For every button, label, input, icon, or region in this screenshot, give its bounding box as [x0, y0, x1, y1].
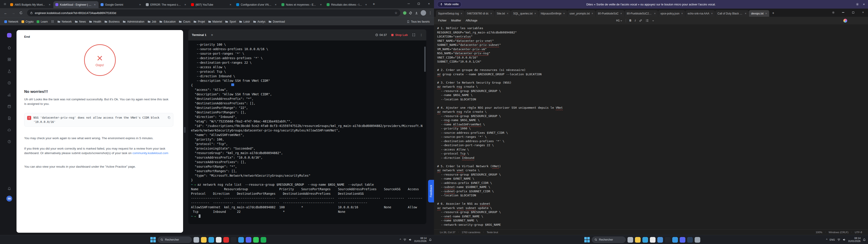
menu-item[interactable]: Affichage — [463, 18, 480, 23]
courses-icon[interactable] — [7, 57, 11, 61]
file-explorer-icon[interactable] — [201, 237, 207, 243]
bookmark-folder[interactable]: Cours — [177, 19, 192, 24]
volume-icon[interactable] — [843, 238, 846, 241]
chrome-icon[interactable] — [650, 237, 655, 243]
steam-icon[interactable] — [687, 237, 693, 243]
new-tab-button[interactable]: + — [770, 10, 776, 16]
bookmark-star-icon[interactable]: ☆ — [395, 11, 397, 15]
edge-icon[interactable] — [643, 237, 648, 243]
tab-close-icon[interactable]: × — [138, 3, 142, 6]
apps-grid-icon[interactable] — [50, 19, 55, 24]
file-explorer-icon[interactable] — [635, 237, 641, 243]
tray-chevron-icon[interactable]: ^ — [400, 238, 401, 241]
bookmark-folder[interactable]: Sport — [223, 19, 238, 24]
profile-avatar[interactable] — [421, 10, 426, 16]
bold-icon[interactable]: B — [629, 19, 631, 22]
tab-close-icon[interactable]: × — [229, 3, 232, 6]
feedback-tab[interactable]: Feedback — [428, 180, 434, 203]
notepad-tab[interactable]: SQL_queries.txt × — [511, 10, 538, 17]
bookmark-folder[interactable]: Download — [267, 19, 286, 24]
vscode-icon[interactable] — [238, 237, 244, 243]
bookmark-item[interactable]: Crypto — [20, 19, 35, 24]
tab-close-icon[interactable]: × — [274, 3, 277, 6]
spotify-icon[interactable] — [260, 237, 266, 243]
tab-close-icon[interactable]: × — [364, 3, 368, 6]
bookmark-item[interactable]: Network — [3, 19, 20, 24]
taskbar-search[interactable]: Rechercher — [592, 237, 626, 243]
taskbar-clock[interactable]: 08:14 31/01/2026 — [414, 237, 427, 243]
taskbar-search[interactable]: Rechercher — [158, 237, 192, 243]
stop-lab-button[interactable]: Stop Lab — [391, 33, 408, 37]
tab-close-icon[interactable]: × — [534, 12, 536, 15]
bookmark-folder[interactable]: Business — [103, 19, 121, 24]
add-terminal-button[interactable]: + — [211, 33, 213, 37]
notepad-tab[interactable]: 80-PueblodeSúC2009a × — [625, 10, 658, 17]
downloads-icon[interactable] — [415, 11, 418, 15]
tab-close-icon[interactable]: × — [461, 12, 462, 15]
start-button[interactable] — [584, 237, 590, 243]
language-indicator[interactable]: ENG — [830, 238, 835, 241]
terminal-menu-icon[interactable]: ⋮ — [420, 33, 423, 37]
edge-icon[interactable] — [209, 237, 214, 243]
vscode-icon[interactable] — [672, 237, 678, 243]
address-bar[interactable]: engineer.kodekloud.com/task?id=691b14734… — [27, 9, 400, 16]
browser-tab[interactable]: Configuration d'une VNe... × — [234, 1, 279, 8]
browser-tab[interactable]: KodeKloud - Engineer | S... × — [53, 1, 98, 8]
tab-search-icon[interactable] — [2, 1, 8, 7]
cloud-icon[interactable] — [7, 128, 11, 132]
bookmark-folder[interactable]: Job — [146, 19, 158, 24]
wifi-icon[interactable] — [837, 238, 840, 241]
italic-icon[interactable]: I — [635, 19, 636, 22]
bookmark-folder[interactable]: Materiel — [207, 19, 224, 24]
fullscreen-icon[interactable] — [412, 33, 415, 36]
tab-close-icon[interactable]: × — [93, 3, 96, 6]
tab-close-icon[interactable]: × — [184, 3, 187, 6]
terminal-icon[interactable] — [231, 237, 237, 243]
tab-close-icon[interactable]: × — [745, 12, 746, 15]
close-button[interactable]: × — [858, 8, 868, 16]
home-icon[interactable] — [7, 45, 11, 50]
youtube-icon[interactable] — [223, 237, 229, 243]
tab-close-icon[interactable]: × — [48, 3, 51, 6]
calendar-icon[interactable] — [7, 104, 11, 109]
extensions-puzzle-icon[interactable] — [409, 11, 412, 15]
notepad-tab[interactable]: 80-PueblodeSúC × — [596, 10, 624, 17]
all-bookmarks-button[interactable]: Tous les favoris — [405, 19, 431, 24]
notepad-tab[interactable]: user_prompts.txt × — [567, 10, 595, 17]
browser-tab[interactable]: Notes et moyennes - E... × — [279, 1, 324, 8]
terminal-output[interactable]: --priority 100 \ --source-address-prefix… — [188, 40, 426, 224]
tab-close-icon[interactable]: × — [319, 3, 322, 6]
voice-access-mode-pill[interactable]: Mode veille — [437, 1, 462, 7]
tab-close-icon[interactable]: × — [491, 12, 492, 15]
maximize-button[interactable] — [848, 8, 858, 16]
extension-icon[interactable] — [403, 11, 406, 15]
notepad-tab[interactable]: Call of Duty Black Ops × — [715, 10, 749, 17]
tab-close-icon[interactable]: × — [592, 12, 593, 15]
volume-icon[interactable] — [409, 238, 412, 241]
docs-icon[interactable] — [7, 116, 11, 120]
user-avatar[interactable]: SB — [6, 196, 12, 202]
list-icon[interactable] — [646, 19, 649, 22]
notification-bell-icon[interactable] — [863, 238, 866, 241]
notifications-bell-icon[interactable] — [7, 187, 11, 191]
browser-tab[interactable]: Résultats des élèves - la... × — [324, 1, 370, 8]
menu-item[interactable]: Modifier — [449, 18, 463, 23]
bookmark-folder[interactable]: Projet — [192, 19, 206, 24]
more-formatting-icon[interactable] — [652, 20, 654, 22]
tab-close-icon[interactable]: × — [765, 12, 767, 15]
notepad-tab[interactable]: Site.txt × — [495, 10, 511, 17]
chrome-icon[interactable] — [216, 237, 221, 243]
notepad-tab[interactable]: echo-snk-rsa AAA × — [685, 10, 715, 17]
link-icon[interactable] — [639, 19, 642, 22]
labs-icon[interactable] — [7, 69, 11, 73]
copilot-icon[interactable] — [843, 19, 847, 23]
bookmark-item[interactable]: Learn — [35, 19, 49, 24]
reload-button[interactable] — [18, 9, 24, 16]
terminal-icon[interactable] — [665, 237, 671, 243]
wifi-icon[interactable] — [403, 238, 406, 241]
bookmark-folder[interactable]: Network — [56, 19, 73, 24]
progress-chart-icon[interactable] — [7, 93, 11, 97]
close-button[interactable]: × — [424, 0, 434, 7]
playground-icon[interactable] — [7, 81, 11, 85]
panel-resize-handle[interactable] — [184, 127, 186, 133]
